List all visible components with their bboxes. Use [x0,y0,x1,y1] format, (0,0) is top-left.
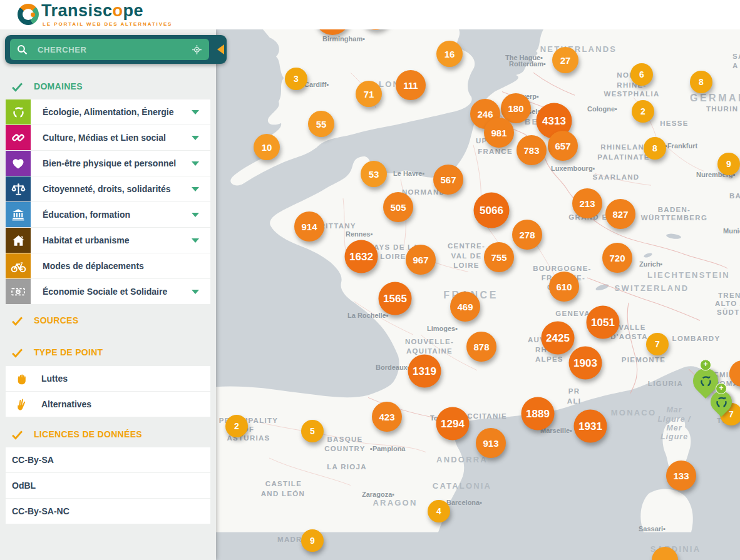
domain-row-7[interactable]: Modes de déplacements [6,253,210,278]
cluster-marker[interactable]: 967 [406,245,436,275]
locate-icon[interactable] [191,44,203,56]
cluster-marker[interactable]: 469 [450,292,480,322]
check-icon [11,314,24,327]
section-sources: SOURCES [0,312,216,328]
search-bar [5,35,227,64]
house-icon [6,228,31,253]
domain-row-8[interactable]: Économie Sociale et Solidaire [6,279,210,304]
chevron-down-icon[interactable] [192,136,199,140]
search-input[interactable] [36,44,191,55]
cluster-marker[interactable]: 1632 [345,240,378,273]
domain-label: Habitat et urbanisme [31,235,192,245]
cluster-marker[interactable]: 71 [356,81,382,107]
domain-label: Modes de déplacements [31,261,210,271]
link-icon [6,125,31,150]
cluster-marker[interactable]: 1889 [522,397,555,430]
licence-row-2[interactable]: OdBL [6,473,210,498]
point-type-row-2[interactable]: Alternatives [6,392,210,417]
cluster-marker[interactable]: 423 [372,402,402,432]
transiscope-logo-icon [18,4,39,25]
plus-badge-icon: + [716,383,727,394]
cluster-marker[interactable]: 878 [466,332,496,362]
point-type-label: Luttes [30,374,68,384]
recycle-icon [693,369,718,394]
domain-row-2[interactable]: Culture, Médias et Lien social [6,125,210,150]
cluster-marker[interactable]: 4 [428,500,450,522]
domain-row-1[interactable]: Écologie, Alimentation, Énergie [6,99,210,125]
domain-row-3[interactable]: Bien-être physique et personnel [6,151,210,176]
cluster-marker[interactable]: 5 [301,420,324,442]
cluster-marker[interactable]: 827 [605,199,635,229]
point-type-row-1[interactable]: Luttes [6,366,210,391]
domain-label: Culture, Médias et Lien social [31,133,192,143]
chevron-down-icon[interactable] [192,110,199,115]
cluster-marker[interactable]: 9 [717,153,740,175]
cluster-marker[interactable]: 2 [225,415,248,437]
search-icon [16,43,29,56]
cluster-marker[interactable]: 6 [630,63,653,86]
chevron-down-icon[interactable] [192,213,199,217]
section-title-type-de-point: TYPE DE POINT [34,347,103,357]
cluster-marker[interactable]: 913 [476,428,506,458]
cluster-marker[interactable]: 9 [301,529,324,552]
recycle-icon [6,99,31,125]
licence-label: CC-By-SA-NC [6,506,69,516]
chevron-down-icon[interactable] [192,290,199,294]
cluster-marker[interactable]: 53 [361,161,387,187]
cluster-marker[interactable]: 505 [383,192,413,222]
cluster-marker[interactable]: 610 [549,272,579,302]
licence-row-1[interactable]: CC-By-SA [6,447,210,472]
point-types-list: LuttesAlternatives [0,366,216,417]
brand-name: Transiscope [41,1,143,21]
cluster-marker[interactable]: 1931 [574,410,607,443]
cluster-marker[interactable]: 133 [666,461,696,491]
domain-label: Citoyenneté, droits, solidarités [31,184,192,194]
scales-icon [6,176,31,201]
cluster-marker[interactable]: 55 [308,111,334,137]
point-type-label: Alternatives [30,399,91,409]
chevron-down-icon[interactable] [192,187,199,191]
domain-row-5[interactable]: Éducation, formation [6,202,210,227]
fist-icon [14,371,30,387]
cluster-marker[interactable]: 1319 [408,355,441,388]
domain-row-6[interactable]: Habitat et urbanisme [6,228,210,253]
chevron-down-icon[interactable] [192,161,199,166]
check-icon [11,428,24,441]
cluster-marker[interactable]: 720 [602,243,632,273]
cluster-marker[interactable]: 8 [644,137,666,160]
sidebar-collapse-arrow[interactable] [217,44,224,54]
domains-list: Écologie, Alimentation, ÉnergieCulture, … [0,99,216,305]
cluster-marker[interactable]: 2 [632,100,654,123]
domain-row-4[interactable]: Citoyenneté, droits, solidarités [6,176,210,201]
licence-row-3[interactable]: CC-By-SA-NC [6,499,210,524]
cluster-marker[interactable]: 213 [572,188,602,218]
recycle-pin[interactable]: + [706,387,736,417]
plus-badge-icon: + [700,359,711,370]
cluster-marker[interactable]: 755 [484,242,514,272]
cluster-marker[interactable]: 8 [690,71,712,93]
cluster-marker[interactable]: 5066 [474,193,510,228]
cluster-marker[interactable]: 1294 [436,407,470,440]
cluster-marker[interactable]: 783 [516,135,547,165]
logo-dot-icon [31,13,35,17]
cluster-marker[interactable]: 2425 [542,322,575,355]
brand-tagline: LE PORTAIL WEB DES ALTERNATIVES [43,21,172,27]
cluster-marker[interactable]: 10 [254,134,280,160]
cluster-marker[interactable]: 111 [396,70,426,100]
heart-icon [6,151,31,176]
cluster-marker[interactable]: 657 [548,131,578,161]
cluster-marker[interactable]: 1565 [379,282,412,315]
domain-label: Bien-être physique et personnel [31,158,192,168]
banknote-icon [6,279,31,304]
cluster-marker[interactable]: 1903 [569,347,602,380]
cluster-marker[interactable]: 278 [512,220,542,250]
cluster-marker[interactable]: 16 [436,41,463,67]
cluster-marker[interactable]: 7 [646,333,669,355]
cluster-marker[interactable]: 567 [433,165,463,195]
cluster-marker[interactable]: 3 [285,68,307,90]
cluster-marker[interactable]: 1051 [587,306,620,339]
chevron-down-icon[interactable] [192,238,199,243]
cluster-marker[interactable]: 914 [294,211,324,242]
cluster-marker[interactable]: 27 [552,47,578,73]
cluster-marker[interactable]: 981 [484,118,514,148]
